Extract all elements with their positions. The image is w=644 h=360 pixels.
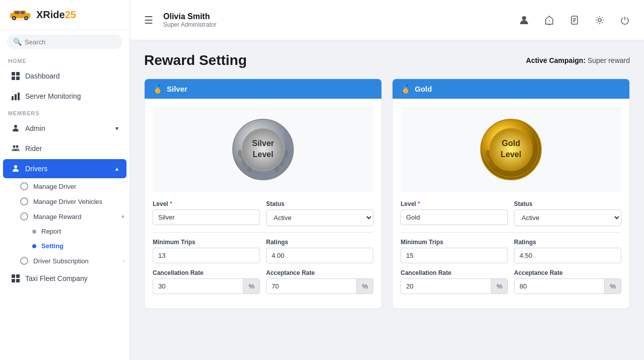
manage-reward-chevron: ▾ [121, 213, 124, 220]
topbar: ☰ Olivia Smith Super Administrator [130, 0, 644, 40]
silver-trips-ratings-row: Minimum Trips Ratings [153, 239, 373, 263]
manage-reward-subnav: Report Setting [27, 224, 130, 253]
sidebar-item-setting[interactable]: Setting [27, 239, 130, 253]
sidebar-item-admin[interactable]: Admin ▾ [3, 119, 126, 138]
gold-medal-svg: Gold Level [478, 117, 544, 182]
gold-acceptance-input[interactable] [514, 279, 604, 294]
sidebar-item-dashboard[interactable]: Dashboard [3, 66, 126, 86]
svg-rect-13 [12, 96, 14, 100]
cards-grid: 🏅 Silver [144, 79, 630, 309]
alert-icon[interactable] [540, 11, 558, 29]
silver-medal-svg: Silver Level [230, 117, 296, 182]
sidebar-item-rider[interactable]: Rider [3, 139, 126, 158]
sidebar-item-report[interactable]: Report [27, 224, 130, 239]
manage-driver-label: Manage Driver [33, 183, 76, 190]
sidebar-item-manage-driver-vehicles[interactable]: Manage Driver Vehicles [15, 194, 130, 209]
menu-toggle-button[interactable]: ☰ [140, 12, 157, 28]
gold-card-body: Gold Level Level * Status [393, 99, 629, 308]
svg-text:Silver: Silver [252, 139, 274, 148]
sidebar-item-manage-reward[interactable]: Manage Reward ▾ [15, 209, 130, 224]
active-campaign: Active Campaign: Super reward [526, 56, 630, 64]
server-monitoring-label: Server Monitoring [25, 92, 81, 100]
silver-cancellation-input[interactable] [153, 279, 243, 294]
silver-level-status-row: Level * Status Active Inactive [153, 200, 373, 226]
sidebar-item-drivers[interactable]: Drivers ▴ [3, 159, 126, 178]
silver-card-header: 🏅 Silver [145, 79, 381, 99]
svg-point-17 [13, 146, 16, 148]
logo-text: XRide25 [36, 9, 76, 21]
search-input[interactable] [25, 38, 116, 46]
document-icon[interactable] [565, 11, 584, 29]
search-container[interactable]: 🔍 [7, 35, 122, 49]
sidebar-item-manage-driver[interactable]: Manage Driver [15, 179, 130, 194]
logo-area: XRide25 [0, 0, 130, 30]
bar-chart-icon [11, 92, 20, 101]
setting-label: Setting [41, 242, 63, 250]
svg-text:Level: Level [501, 150, 522, 159]
gold-cancellation-label: Cancellation Rate [401, 269, 508, 276]
gold-status-select[interactable]: Active Inactive [514, 209, 621, 226]
sidebar-item-server-monitoring[interactable]: Server Monitoring [3, 87, 126, 106]
members-section-label: MEMBERS [0, 106, 130, 118]
taxi-fleet-icon [11, 274, 20, 283]
svg-rect-14 [15, 94, 17, 100]
gold-status-label: Status [514, 200, 621, 207]
gold-cancellation-input[interactable] [401, 279, 491, 294]
sidebar-item-driver-subscription[interactable]: Driver Subscription › [15, 253, 130, 268]
gold-ratings-group: Ratings [514, 239, 621, 263]
manage-reward-indicator [20, 212, 28, 221]
gold-min-trips-group: Minimum Trips [401, 239, 508, 263]
gold-cancellation-acceptance-row: Cancellation Rate % Acceptance Rate % [401, 269, 621, 294]
power-icon[interactable] [616, 11, 634, 29]
silver-medal-display: Silver Level [153, 107, 373, 192]
svg-point-16 [14, 125, 17, 128]
svg-point-24 [522, 16, 526, 20]
silver-level-input[interactable] [153, 209, 260, 225]
gold-card-header: 🏅 Gold [393, 79, 629, 99]
silver-status-group: Status Active Inactive [266, 200, 373, 226]
gold-ratings-input[interactable] [514, 248, 621, 263]
gold-acceptance-input-wrapper: % [514, 278, 621, 294]
topbar-icons [515, 11, 634, 29]
svg-rect-10 [16, 72, 20, 76]
silver-card-body: Silver Level Level * Status [145, 99, 381, 308]
sidebar-item-taxi-fleet[interactable]: Taxi Fleet Company [3, 269, 126, 288]
svg-point-18 [16, 146, 19, 148]
silver-ratings-group: Ratings [266, 239, 373, 263]
gold-min-trips-label: Minimum Trips [401, 239, 508, 246]
silver-ratings-label: Ratings [266, 239, 373, 246]
settings-gear-icon[interactable] [591, 11, 609, 29]
silver-min-trips-input[interactable] [153, 248, 260, 263]
svg-rect-22 [12, 279, 15, 282]
silver-level-group: Level * [153, 200, 260, 226]
silver-card-title: Silver [167, 85, 187, 93]
driver-subscription-indicator [20, 257, 28, 265]
svg-point-19 [14, 165, 17, 168]
gold-acceptance-label: Acceptance Rate [514, 269, 621, 276]
content-area: Reward Setting Active Campaign: Super re… [130, 40, 644, 360]
svg-rect-21 [16, 274, 20, 278]
drivers-label: Drivers [25, 165, 47, 173]
home-section-label: HOME [0, 54, 130, 66]
silver-acceptance-input[interactable] [267, 279, 356, 294]
svg-point-8 [25, 17, 27, 19]
person-icon [11, 124, 20, 133]
silver-medal-icon: 🏅 [153, 84, 163, 94]
rider-label: Rider [25, 145, 42, 153]
silver-status-select[interactable]: Active Inactive [266, 209, 373, 226]
dashboard-label: Dashboard [25, 72, 60, 80]
svg-rect-9 [12, 72, 15, 76]
gold-level-input[interactable] [401, 209, 508, 225]
user-name: Olivia Smith [163, 12, 509, 21]
svg-rect-15 [18, 93, 20, 100]
silver-divider-1 [153, 232, 373, 233]
gold-trips-ratings-row: Minimum Trips Ratings [401, 239, 621, 263]
silver-acceptance-input-wrapper: % [266, 278, 373, 294]
rider-icon [11, 144, 20, 153]
user-profile-icon[interactable] [515, 11, 533, 29]
silver-ratings-input[interactable] [266, 248, 373, 263]
manage-reward-label: Manage Reward [33, 213, 81, 221]
gold-min-trips-input[interactable] [401, 248, 508, 263]
page-title: Reward Setting [144, 52, 247, 68]
user-info: Olivia Smith Super Administrator [163, 12, 509, 28]
